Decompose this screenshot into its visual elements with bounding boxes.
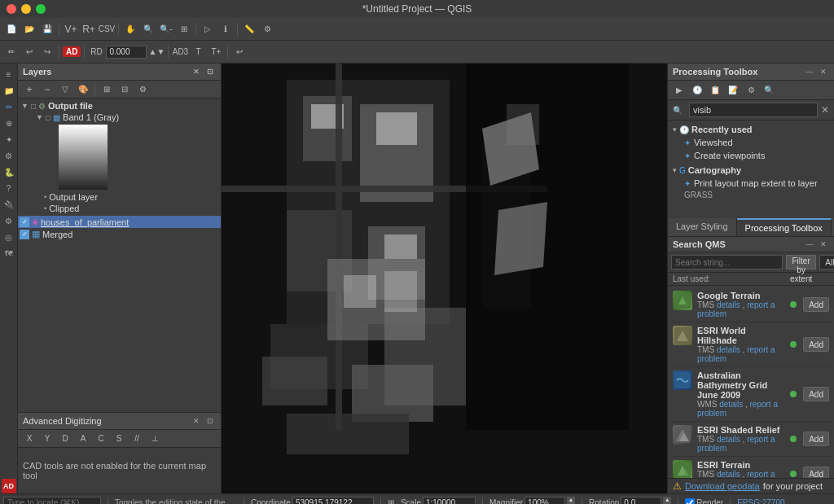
left-icon-digitizing[interactable]: ✏	[2, 99, 16, 114]
houses-checkbox[interactable]: ✓	[20, 217, 29, 227]
add-vector-layer-button[interactable]: V+	[63, 21, 79, 37]
scale-input[interactable]	[423, 497, 476, 505]
left-icon-browser[interactable]: 📁	[2, 83, 16, 98]
google-terrain-add-button[interactable]: Add	[803, 297, 829, 312]
processing-search-clear[interactable]: ✕	[821, 104, 829, 116]
merged-layer[interactable]: ✓ ▦ Merged	[18, 228, 221, 240]
left-icon-plugin[interactable]: 🔌	[2, 197, 16, 212]
undo-button[interactable]: ↩	[21, 44, 37, 60]
band-layer-item[interactable]: ▼ □ ▦ Band 1 (Gray)	[34, 112, 221, 123]
snap-value-input[interactable]	[106, 46, 147, 59]
print-layout-item[interactable]: ✦ Print layout map extent to layer	[668, 177, 834, 190]
processing-toolbox-tab[interactable]: Processing Toolbox	[737, 218, 832, 236]
proc-run-button[interactable]: ▶	[671, 82, 687, 99]
output-file-group-header[interactable]: ▼ □ ⚙ Output file	[18, 100, 221, 112]
filter-layers-button[interactable]: ▽	[57, 81, 73, 98]
qms-filter-select[interactable]: All	[819, 255, 834, 270]
layer-styling-tab[interactable]: Layer Styling	[668, 218, 737, 236]
undo2-button[interactable]: ↩	[231, 44, 248, 60]
save-project-button[interactable]: 💾	[39, 21, 55, 37]
proc-settings-icon[interactable]: —	[804, 66, 815, 77]
merged-checkbox[interactable]: ✓	[20, 230, 29, 239]
esri-terrain-details-link[interactable]: details	[717, 470, 740, 478]
collapse-all-button[interactable]: ⊟	[116, 81, 133, 98]
locate-input[interactable]	[3, 497, 101, 505]
rotation-up-button[interactable]: ▲	[663, 497, 671, 503]
esri-terrain-add-button[interactable]: Add	[803, 467, 829, 478]
left-icon-help[interactable]: ?	[2, 181, 16, 195]
redo-button[interactable]: ↪	[39, 44, 55, 60]
identify-button[interactable]: ℹ	[217, 21, 234, 37]
ad2-button[interactable]: AD3	[172, 44, 188, 60]
proc-history-button[interactable]: 🕐	[689, 82, 705, 99]
adv-construction-button[interactable]: C	[93, 431, 109, 447]
rotation-input[interactable]	[621, 497, 661, 505]
download-geodata-link[interactable]: Download geodata	[685, 481, 760, 491]
t-plus-button[interactable]: T+	[208, 44, 224, 60]
t-button[interactable]: T	[190, 44, 206, 60]
google-terrain-details-link[interactable]: details	[717, 300, 740, 309]
zoom-in-button[interactable]: 🔍	[140, 21, 156, 37]
esri-hillshade-details-link[interactable]: details	[717, 345, 740, 354]
zoom-full-button[interactable]: ⊞	[176, 21, 192, 37]
viewshed-item[interactable]: ✦ Viewshed	[668, 136, 834, 149]
proc-search-tool-button[interactable]: 🔍	[761, 82, 777, 99]
processing-search-input[interactable]	[689, 103, 818, 117]
digitize-button[interactable]: ✏	[3, 44, 20, 60]
aus-bathymetry-add-button[interactable]: Add	[803, 387, 829, 401]
add-raster-layer-button[interactable]: R+	[81, 21, 97, 37]
output-layer-item[interactable]: • Output layer	[42, 191, 221, 203]
close-button[interactable]	[7, 4, 16, 14]
adv-snap-button[interactable]: S	[111, 431, 127, 447]
maximize-button[interactable]	[36, 4, 46, 14]
houses-of-parliament-layer[interactable]: ✓ ◈ houses_of_parliament	[18, 216, 221, 228]
layers-settings-button[interactable]: ⚙	[134, 81, 151, 98]
qms-close-icon[interactable]: —	[804, 239, 815, 250]
qms-search-input[interactable]	[671, 255, 783, 270]
new-project-button[interactable]: 📄	[3, 21, 20, 37]
cartography-group-header[interactable]: ▾ G Cartography	[668, 164, 834, 177]
adv-lock-y-button[interactable]: Y	[39, 431, 55, 447]
esri-hillshade-add-button[interactable]: Add	[803, 337, 829, 352]
left-icon-coord[interactable]: ✦	[2, 132, 16, 147]
adv-close-icon[interactable]: ✕	[191, 415, 202, 427]
select-button[interactable]: ▷	[200, 21, 216, 37]
snap-button[interactable]: RD	[88, 44, 104, 60]
proc-options-button[interactable]: ⚙	[743, 82, 759, 99]
layers-float-icon[interactable]: ⊡	[204, 66, 216, 77]
map-canvas[interactable]	[222, 64, 667, 493]
left-icon-georef[interactable]: ⊕	[2, 116, 16, 130]
recently-used-group-header[interactable]: ▾ 🕐 Recently used	[668, 123, 834, 136]
create-viewpoints-item[interactable]: ✦ Create viewpoints	[668, 149, 834, 162]
proc-close-icon[interactable]: ✕	[818, 66, 829, 77]
adv-lock-angle-button[interactable]: A	[75, 431, 91, 447]
left-icon-processing[interactable]: ⚙	[2, 148, 16, 163]
zoom-out-button[interactable]: 🔍-	[158, 21, 174, 37]
left-icon-layers[interactable]: ≡	[2, 67, 16, 81]
remove-layer-button[interactable]: −	[39, 81, 55, 98]
left-icon-settings[interactable]: ⚙	[2, 213, 16, 228]
layers-close-icon[interactable]: ✕	[191, 66, 202, 77]
clipped-layer-item[interactable]: • Clipped	[42, 203, 221, 214]
open-project-button[interactable]: 📂	[21, 21, 37, 37]
qms-filter-by-extent-button[interactable]: Filter by extent	[786, 255, 816, 270]
expand-all-button[interactable]: ⊞	[99, 81, 115, 98]
qms-float-icon[interactable]: ✕	[818, 239, 829, 250]
snap-arrows-button[interactable]: ▲▼	[148, 44, 165, 60]
processing-button[interactable]: ⚙	[259, 21, 275, 37]
proc-results-button[interactable]: 📋	[707, 82, 723, 99]
aus-bathymetry-details-link[interactable]: details	[719, 400, 743, 409]
adv-perp-button[interactable]: ⊥	[147, 431, 163, 447]
proc-log-button[interactable]: 📝	[725, 82, 741, 99]
adv-lock-x-button[interactable]: X	[21, 431, 37, 447]
esri-shaded-details-link[interactable]: details	[717, 435, 740, 444]
render-checkbox[interactable]	[685, 498, 695, 505]
magnifier-input[interactable]	[525, 497, 565, 505]
adv-parallel-button[interactable]: //	[129, 431, 145, 447]
adv-float-icon[interactable]: ⊡	[204, 415, 216, 427]
measure-button[interactable]: 📏	[241, 21, 257, 37]
open-layer-styling-button[interactable]: 🎨	[75, 81, 91, 98]
esri-shaded-add-button[interactable]: Add	[803, 432, 829, 446]
add-layer-button[interactable]: +	[21, 81, 37, 98]
add-csv-layer-button[interactable]: CSV	[99, 21, 115, 37]
